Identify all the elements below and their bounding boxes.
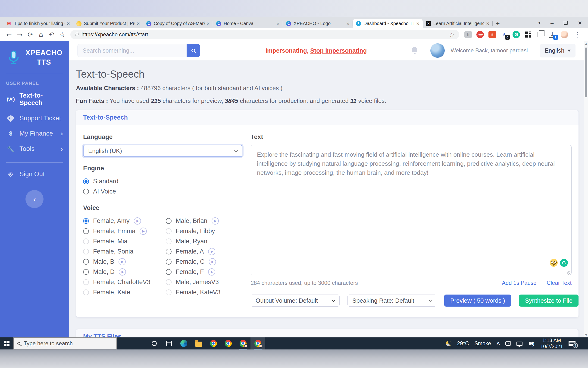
link-shortener-extension-icon[interactable]: ⚭ 0 [500,31,508,38]
language-dropdown[interactable]: English [540,44,576,57]
stop-impersonating-link[interactable]: Stop Impersonating [310,47,367,54]
voice-option-radio[interactable] [166,269,172,275]
sidebar-item-support-ticket[interactable]: Support Ticket [0,110,69,126]
tab[interactable]: CCopy of Copy of AS-Marketplace× [143,19,213,28]
voice-option-radio[interactable] [166,289,172,295]
tab[interactable]: Submit Your Product | Product× [73,19,143,28]
browser-profile-avatar[interactable] [561,31,568,38]
grid-extension-icon[interactable] [525,31,532,38]
weather-moon-icon[interactable] [446,341,451,346]
preview-button[interactable]: Preview ( 50 words ) [444,294,511,307]
minimize-button[interactable]: – [551,20,553,26]
grammarly-extension-icon[interactable]: G [513,31,520,38]
scroll-up-icon[interactable]: ▲ [584,42,588,46]
forward-icon[interactable]: → [14,29,25,40]
voice-option-radio[interactable] [83,289,89,295]
play-voice-sample-icon[interactable]: ▶ [211,217,219,225]
voice-option-radio[interactable] [166,249,172,254]
tab[interactable]: CHome - Canva× [213,19,283,28]
tab-close-icon[interactable]: × [276,21,280,27]
browser-menu-icon[interactable]: ⋮ [573,31,582,38]
https-lock-icon[interactable] [75,34,78,36]
resize-handle[interactable] [567,271,570,275]
play-voice-sample-icon[interactable]: ▶ [208,268,215,276]
tab-active[interactable]: Dashboard - Xpeacho TTS× [353,19,423,28]
honey-extension-icon[interactable]: h [464,31,472,38]
voice-option-radio[interactable] [166,218,172,224]
close-window-button[interactable]: × [578,19,582,27]
sidebar-item-sign-out[interactable]: ⎆ Sign Out [0,166,69,182]
task-view-button[interactable] [162,337,176,350]
weather-temp[interactable]: 29°C [457,340,469,347]
tab-close-icon[interactable]: × [67,21,70,27]
play-voice-sample-icon[interactable]: ▶ [134,217,141,225]
chrome-profile-button[interactable] [236,337,250,350]
orange-extension-icon[interactable]: ☺ [488,31,496,38]
tab-close-icon[interactable]: × [207,21,210,27]
adblock-plus-extension-icon[interactable]: ABP [476,31,484,38]
bell-icon[interactable] [411,46,418,55]
tab[interactable]: CXPEACHO - Logo× [283,19,353,28]
voice-option-radio[interactable] [166,228,172,234]
edge-button[interactable] [176,337,191,350]
tab[interactable]: MTips to finish your listing - liaqat× [3,19,73,28]
voice-option-radio[interactable] [166,279,172,285]
scrollbar-thumb[interactable] [585,47,587,97]
tab-close-icon[interactable]: × [486,21,489,27]
voice-option-radio[interactable] [83,239,89,244]
home-icon[interactable]: ⌂ [36,29,46,40]
play-voice-sample-icon[interactable]: ▶ [119,268,126,276]
grammarly-icon[interactable]: G [560,259,568,267]
weather-condition[interactable]: Smoke [474,340,491,347]
tab-close-icon[interactable]: × [137,21,140,27]
cortana-button[interactable] [147,337,162,350]
clock[interactable]: 1:13 AM 10/2/2021 [540,337,563,350]
show-desktop-button[interactable] [583,337,585,350]
voice-option-radio[interactable] [166,259,172,265]
add-pause-link[interactable]: Add 1s Pause [502,280,536,286]
speaking-rate-select[interactable]: Speaking Rate: Default [347,294,436,307]
tray-expand-icon[interactable]: ^ [497,341,500,347]
taskbar-search[interactable] [13,337,117,350]
clear-text-link[interactable]: Clear Text [547,280,571,286]
language-select[interactable]: English (UK) [83,145,242,157]
url-text[interactable]: https://xpeacho.com/tts/start [81,31,148,38]
voice-option-radio[interactable] [83,269,89,275]
download-manager-extension-icon[interactable]: ↓ 2 [549,31,556,38]
sidebar-item-text-to-speech[interactable]: ('A') Text-to-Speech [0,88,69,110]
page-scrollbar[interactable]: ▲ ▼ [584,41,588,337]
chrome-button[interactable] [206,337,221,350]
sidebar-item-tools[interactable]: 🔧 Tools › [0,141,69,156]
voice-option-radio[interactable] [166,239,172,244]
tab-list-caret-icon[interactable]: ▾ [538,21,540,25]
voice-option-radio[interactable] [83,228,89,234]
play-voice-sample-icon[interactable]: ▶ [209,258,216,265]
chrome-active-window-button[interactable] [250,337,265,350]
address-bar[interactable]: https://xpeacho.com/tts/start ☆ [70,30,459,39]
taskbar-search-input[interactable] [24,340,113,347]
screenshot-crop-extension-icon[interactable] [537,31,544,38]
play-voice-sample-icon[interactable]: ▶ [208,248,215,255]
play-voice-sample-icon[interactable]: ▶ [140,228,147,235]
engine-option-radio[interactable] [83,189,89,194]
scroll-down-icon[interactable]: ▼ [584,333,588,337]
network-icon[interactable] [517,341,522,346]
synthesize-button[interactable]: Synthesize to File [519,294,579,307]
search-input[interactable] [77,44,187,57]
brand[interactable]: XPEACHO TTS [0,41,69,73]
voice-option-radio[interactable] [83,259,89,265]
voice-option-radio[interactable] [83,279,89,285]
new-tab-button[interactable]: + [493,19,503,28]
volume-icon[interactable] [528,341,533,346]
search-button[interactable] [187,44,200,57]
tab-close-icon[interactable]: × [346,21,350,27]
bookmark-star-icon[interactable]: ☆ [57,29,68,40]
play-voice-sample-icon[interactable]: ▶ [119,258,126,265]
bookmark-this-page-icon[interactable]: ☆ [449,31,455,38]
notification-center-icon[interactable]: 4 [569,341,576,346]
sidebar-item-my-finance[interactable]: $ My Finance › [0,126,69,141]
reload-icon[interactable]: ⟳ [25,29,36,40]
touch-keyboard-icon[interactable] [505,341,511,346]
file-explorer-button[interactable] [191,337,206,350]
back-icon[interactable]: ← [4,29,14,40]
